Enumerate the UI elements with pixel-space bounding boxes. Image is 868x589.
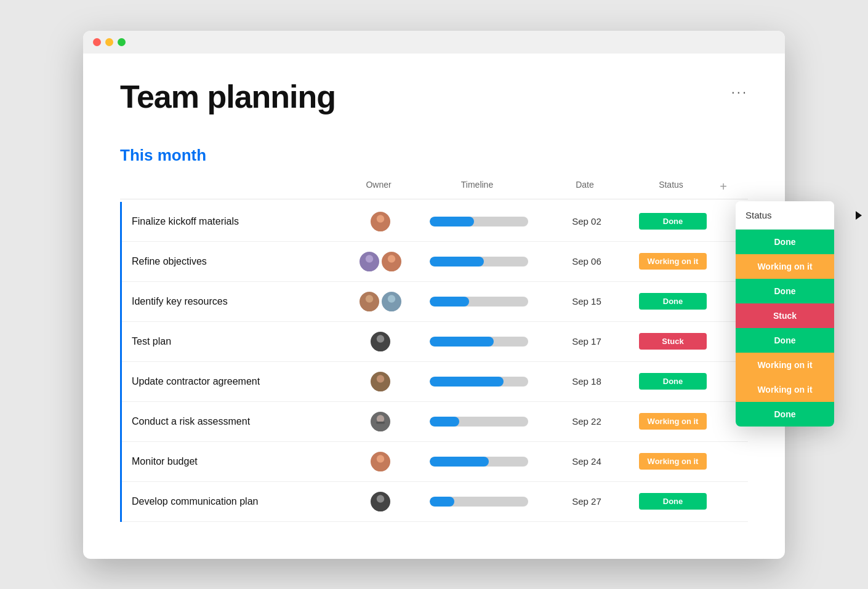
- status-badge[interactable]: Done: [639, 213, 707, 230]
- section-title: This month: [120, 146, 206, 165]
- avatar: [369, 451, 392, 473]
- dropdown-item-working-1[interactable]: Working on it: [736, 254, 834, 279]
- task-name: Finalize kickoff materials: [122, 216, 344, 227]
- avatar: [369, 371, 392, 393]
- status-badge[interactable]: Done: [639, 373, 707, 390]
- col-header-date: Date: [539, 180, 631, 194]
- status-cell: Done: [633, 373, 713, 390]
- date-cell: Sep 27: [540, 496, 633, 507]
- timeline-cell: [417, 257, 540, 266]
- progress-fill: [430, 217, 474, 226]
- dropdown-item-done-3[interactable]: Done: [736, 328, 834, 353]
- dropdown-item-working-3[interactable]: Working on it: [736, 377, 834, 402]
- avatar: [369, 411, 392, 433]
- progress-bar: [430, 257, 528, 266]
- owner-cell: [344, 491, 417, 513]
- status-badge[interactable]: Done: [639, 493, 707, 510]
- avatar: [358, 290, 380, 313]
- owner-cell: [344, 290, 417, 313]
- status-dropdown[interactable]: Status Done Working on it Done Stuck Don…: [736, 201, 834, 427]
- date-cell: Sep 02: [540, 216, 633, 226]
- maximize-button[interactable]: [118, 38, 126, 46]
- avatar-group: [358, 290, 403, 313]
- window-content: Team planning ··· This month Owner Timel…: [83, 54, 785, 559]
- timeline-cell: [417, 337, 540, 347]
- status-badge[interactable]: Working on it: [639, 413, 707, 430]
- progress-bar: [430, 497, 528, 507]
- owner-cell: [344, 451, 417, 473]
- date-cell: Sep 24: [540, 456, 633, 467]
- task-name: Update contractor agreement: [122, 376, 344, 387]
- minimize-button[interactable]: [105, 38, 113, 46]
- date-cell: Sep 15: [540, 296, 633, 307]
- table-row: Identify key resources: [122, 282, 748, 322]
- svg-point-13: [374, 383, 387, 392]
- svg-point-20: [374, 503, 387, 512]
- task-name: Identify key resources: [122, 296, 344, 307]
- progress-fill: [430, 497, 454, 507]
- timeline-cell: [417, 217, 540, 226]
- date-cell: Sep 22: [540, 416, 633, 427]
- planning-table: This month Owner Timeline Date Status + …: [120, 146, 748, 522]
- timeline-cell: [417, 497, 540, 507]
- status-cell: Done: [633, 293, 713, 310]
- more-menu-button[interactable]: ···: [731, 84, 748, 100]
- progress-bar: [430, 337, 528, 347]
- table-header: Owner Timeline Date Status +: [120, 175, 748, 199]
- dropdown-item-working-2[interactable]: Working on it: [736, 353, 834, 377]
- dropdown-header: Status: [736, 201, 834, 230]
- svg-point-1: [374, 223, 387, 232]
- status-cell: Stuck: [633, 333, 713, 350]
- avatar-group: [358, 250, 403, 273]
- avatar: [369, 331, 392, 353]
- owner-cell: [344, 210, 417, 233]
- status-badge[interactable]: Stuck: [639, 333, 707, 350]
- titlebar: [83, 31, 785, 54]
- svg-point-5: [385, 263, 398, 272]
- table-body: Finalize kickoff materials Sep 02 Done: [120, 202, 748, 522]
- status-cell: Working on it: [633, 453, 713, 470]
- progress-fill: [430, 457, 489, 467]
- progress-fill: [430, 297, 469, 307]
- timeline-cell: [417, 297, 540, 307]
- progress-bar: [430, 377, 528, 387]
- progress-bar: [430, 217, 528, 226]
- status-badge[interactable]: Done: [639, 293, 707, 310]
- svg-point-6: [366, 295, 373, 302]
- task-name: Refine objectives: [122, 256, 344, 267]
- status-cell: Working on it: [633, 413, 713, 430]
- table-row: Refine objectives: [122, 242, 748, 282]
- svg-point-3: [363, 263, 376, 272]
- svg-point-9: [385, 303, 398, 312]
- task-name: Develop communication plan: [122, 496, 344, 507]
- page-header: Team planning ···: [120, 78, 748, 115]
- col-header-task: [120, 180, 342, 194]
- owner-cell: [344, 371, 417, 393]
- add-column-button[interactable]: +: [711, 180, 736, 194]
- dropdown-item-stuck[interactable]: Stuck: [736, 303, 834, 328]
- dropdown-item-done-2[interactable]: Done: [736, 279, 834, 303]
- avatar: [369, 491, 392, 513]
- task-name: Monitor budget: [122, 456, 344, 467]
- avatar: [380, 250, 403, 273]
- svg-point-14: [377, 415, 384, 422]
- svg-point-4: [388, 255, 395, 262]
- svg-rect-16: [376, 422, 385, 424]
- table-row: Monitor budget Sep 24 Working on it: [122, 442, 748, 482]
- table-row: Test plan Sep 17 Stuck: [122, 322, 748, 362]
- status-badge[interactable]: Working on it: [639, 253, 707, 270]
- dropdown-item-done-1[interactable]: Done: [736, 230, 834, 254]
- avatar: [380, 290, 403, 313]
- svg-point-7: [363, 303, 376, 312]
- timeline-cell: [417, 417, 540, 427]
- timeline-cell: [417, 457, 540, 467]
- svg-point-10: [377, 335, 384, 342]
- dropdown-item-done-4[interactable]: Done: [736, 402, 834, 427]
- status-badge[interactable]: Working on it: [639, 453, 707, 470]
- close-button[interactable]: [93, 38, 101, 46]
- timeline-cell: [417, 377, 540, 387]
- date-cell: Sep 17: [540, 336, 633, 347]
- page-title: Team planning: [120, 78, 336, 115]
- progress-fill: [430, 417, 459, 427]
- svg-point-2: [366, 255, 373, 262]
